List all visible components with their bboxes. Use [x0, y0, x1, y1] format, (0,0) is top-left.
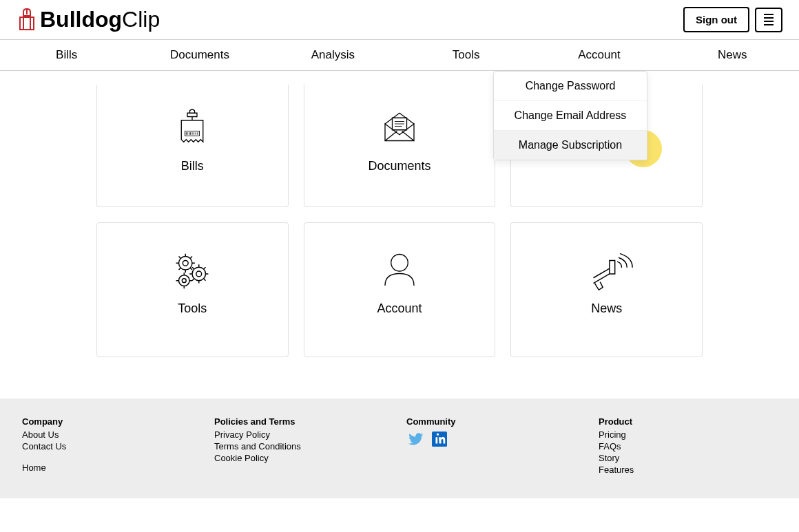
svg-point-21 — [391, 255, 408, 272]
footer-community-title: Community — [406, 416, 585, 427]
card-bills[interactable]: Bills — [96, 85, 289, 207]
logo[interactable]: BulldogClip — [17, 7, 160, 32]
footer-policies-title: Policies and Terms — [214, 416, 393, 427]
footer: Company About Us Contact Us Home Policie… — [0, 398, 799, 498]
person-icon — [372, 244, 427, 299]
nav-documents[interactable]: Documents — [133, 40, 266, 70]
svg-rect-0 — [20, 17, 34, 30]
main-nav: Bills Documents Analysis Tools Account N… — [0, 40, 799, 71]
card-label: Documents — [368, 159, 430, 173]
card-label: Account — [377, 301, 422, 316]
sign-out-button[interactable]: Sign out — [683, 7, 749, 32]
card-label: News — [591, 301, 622, 316]
footer-link-cookie[interactable]: Cookie Policy — [214, 453, 393, 463]
logo-text: BulldogClip — [40, 7, 160, 32]
twitter-icon[interactable] — [406, 431, 426, 447]
footer-company-title: Company — [22, 416, 200, 427]
svg-point-16 — [183, 260, 189, 266]
card-label: Bills — [181, 159, 204, 173]
nav-tools[interactable]: Tools — [400, 40, 532, 70]
footer-link-home[interactable]: Home — [22, 462, 200, 473]
dropdown-change-email[interactable]: Change Email Address — [494, 101, 647, 131]
logo-clip-icon — [17, 8, 37, 32]
gears-icon — [165, 244, 220, 299]
card-news[interactable]: News — [510, 222, 703, 357]
dropdown-change-password[interactable]: Change Password — [494, 72, 647, 101]
svg-point-18 — [196, 271, 202, 277]
footer-link-about[interactable]: About Us — [22, 429, 200, 440]
nav-analysis[interactable]: Analysis — [267, 40, 400, 70]
nav-account[interactable]: Account — [532, 40, 665, 70]
card-tools[interactable]: Tools — [96, 222, 289, 357]
footer-link-privacy[interactable]: Privacy Policy — [214, 429, 393, 440]
svg-point-19 — [179, 275, 190, 286]
dropdown-manage-subscription[interactable]: Manage Subscription — [494, 131, 647, 160]
footer-link-pricing[interactable]: Pricing — [599, 429, 777, 440]
hamburger-icon — [764, 14, 774, 25]
card-account[interactable]: Account — [304, 222, 496, 357]
svg-point-20 — [183, 279, 187, 283]
footer-link-features[interactable]: Features — [599, 465, 777, 475]
nav-news[interactable]: News — [666, 40, 799, 70]
menu-button[interactable] — [755, 8, 782, 32]
footer-product-title: Product — [599, 416, 777, 427]
megaphone-icon — [579, 244, 634, 299]
footer-link-story[interactable]: Story — [599, 453, 777, 463]
footer-link-contact[interactable]: Contact Us — [22, 441, 200, 451]
account-dropdown: Change Password Change Email Address Man… — [493, 71, 647, 160]
footer-link-faqs[interactable]: FAQs — [599, 441, 777, 451]
receipt-icon — [165, 101, 220, 156]
linkedin-icon[interactable] — [430, 431, 449, 447]
nav-bills[interactable]: Bills — [0, 40, 133, 70]
card-documents[interactable]: Documents — [304, 85, 496, 207]
header: BulldogClip Sign out — [0, 0, 799, 40]
footer-link-terms[interactable]: Terms and Conditions — [214, 441, 393, 451]
envelope-icon — [372, 101, 427, 156]
card-label: Tools — [178, 301, 207, 316]
